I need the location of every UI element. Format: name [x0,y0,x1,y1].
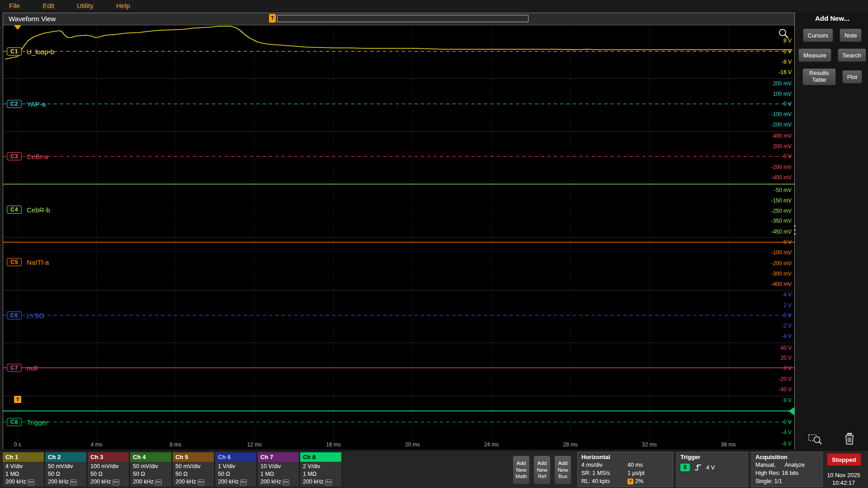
trigger-panel-title: Trigger [680,454,744,460]
trigger-level-value: 4 V [706,464,715,471]
channel-badge-body-ch1: 4 V/div1 MΩ200 kHzBw [3,462,44,486]
zoom-mode-button[interactable] [807,432,824,448]
add-note-button[interactable]: Note [840,28,862,42]
channel-label-c2[interactable]: YAP-a [27,100,46,108]
channel-settings-badge-ch4[interactable]: Ch 450 mV/div50 Ω200 kHzBw [130,452,172,487]
menu-help[interactable]: Help [116,2,130,9]
add-cursors-button[interactable]: Cursors [803,28,834,42]
trigger-level-arrow[interactable] [788,407,794,415]
time-value: 10:42:17 [819,479,868,487]
channel-badge-body-ch3: 100 mV/div50 Ω200 kHzBw [88,462,129,486]
rising-edge-slope-icon [694,464,702,471]
time-label-4: 16 ms [326,441,341,448]
add-search-button[interactable]: Search [838,48,866,62]
channel-settings-badge-ch3[interactable]: Ch 3100 mV/div50 Ω200 kHzBw [87,452,129,487]
add-new-panel: Add New... Cursors Note Measure Search R… [797,11,868,449]
scale-label-c8-0: 8 V [783,397,792,404]
add-measure-button[interactable]: Measure [798,48,831,62]
scale-label-c8-3: -8 V [782,441,792,447]
horizontal-record-view-bar[interactable] [277,15,528,22]
add-new-bus-button[interactable]: AddNewBus [554,455,571,484]
channel-settings-badge-ch7[interactable]: Ch 710 V/div1 MΩ200 kHzBw [257,452,299,487]
channel-settings-badge-ch5[interactable]: Ch 550 mV/div50 Ω200 kHzBw [172,452,214,487]
channel-settings-badge-ch1[interactable]: Ch 14 V/div1 MΩ200 kHzBw [2,452,44,487]
zoom-overview-icon[interactable] [778,28,790,40]
channel-badge-c7[interactable]: C7 [7,364,22,372]
datetime-display: 10 Nov 2025 10:42:17 [819,472,868,487]
channel-label-c3[interactable]: CeBr-a [27,153,48,160]
channel-badge-header-ch7: Ch 7 [258,452,299,462]
channel-badge-c3[interactable]: C3 [7,152,22,160]
menu-utility[interactable]: Utility [77,2,94,9]
add-plot-button[interactable]: Plot [842,70,862,84]
channel-badge-header-ch5: Ch 5 [173,452,214,462]
acquisition-panel[interactable]: Acquisition Manual, Analyze High Res: 16… [751,452,823,487]
scale-label-c2-1: 100 mV [773,91,792,97]
channel-badge-header-ch6: Ch 6 [215,452,256,462]
channel-badge-c5[interactable]: C5 [7,258,22,266]
panel-resize-handle[interactable] [793,225,797,235]
channel-badge-c1[interactable]: C1 [7,47,22,56]
sample-resolution: 1 µs/pt [627,469,645,478]
menu-edit[interactable]: Edit [42,2,54,9]
channel-label-c1[interactable]: U_loop-b [27,47,54,55]
time-label-6: 24 ms [484,441,499,448]
bandwidth-limit-icon: Bw [155,479,162,485]
add-new-ref-button[interactable]: AddNewRef [533,455,551,484]
channel-label-c7[interactable]: null [27,364,37,371]
settings-bar: Ch 14 V/div1 MΩ200 kHzBwCh 250 mV/div50 … [0,451,868,488]
channel-badge-header-ch2: Ch 2 [45,452,86,462]
scale-label-c1-2: -8 V [782,59,792,65]
scale-label-c5-0: 0 V [783,239,792,245]
channel-label-c4[interactable]: CebR-b [27,206,50,213]
waveform-plot[interactable]: C1U_loop-b8 V0 V-8 V-16 VC2YAP-a200 mV10… [3,25,794,449]
zoom-box-icon [807,432,824,447]
channel-badge-c4[interactable]: C4 [7,206,22,214]
menu-file[interactable]: File [9,2,20,9]
scale-label-c7-3: -20 V [778,376,792,382]
bandwidth-limit-icon: Bw [28,479,34,485]
trigger-position-icon: T [627,479,633,484]
scale-label-c6-2: 0 V [783,312,792,319]
bandwidth-limit-icon: Bw [113,479,119,485]
trigger-panel[interactable]: Trigger 8 4 V [676,452,748,487]
trash-icon [842,432,857,447]
menu-bar: File Edit Utility Help [0,0,868,11]
channel-settings-badge-ch6[interactable]: Ch 61 V/div50 Ω200 kHzBw [215,452,257,487]
run-stop-status-button[interactable]: Stopped [827,453,861,466]
channel-settings-badge-ch8[interactable]: Ch 82 V/div1 MΩ200 kHzBw [300,452,342,487]
trigger-position-triangle[interactable] [14,25,21,30]
channel-badge-header-ch4: Ch 4 [130,452,171,462]
delete-button[interactable] [842,432,857,448]
scale-label-c7-4: -40 V [778,386,792,393]
trigger-position-flag[interactable]: T [269,14,276,23]
channel-label-c6[interactable]: LYSO [27,311,44,319]
scale-label-c6-0: 4 V [783,291,792,298]
scale-label-c8-1: 0 V [783,419,792,425]
scale-label-c3-3: -200 mV [771,164,792,170]
channel-badge-c8[interactable]: C8 [7,418,22,426]
horizontal-window: 40 ms [627,461,643,469]
channel-badge-c2[interactable]: C2 [7,100,22,108]
channel-badge-header-ch3: Ch 3 [88,452,129,462]
add-new-math-button[interactable]: AddNewMath [513,455,530,484]
scale-label-c3-2: 0 V [783,153,792,160]
channel-label-c5[interactable]: NaITl-a [27,258,49,266]
channel-badge-c6[interactable]: C6 [7,311,22,319]
channel-label-c8[interactable]: Trigger [27,418,48,426]
channel-badge-body-ch8: 2 V/div1 MΩ200 kHzBw [300,462,341,486]
bandwidth-limit-icon: Bw [198,479,204,485]
horizontal-panel[interactable]: Horizontal 4 ms/div40 ms SR: 1 MS/s1 µs/… [577,452,673,487]
time-label-8: 32 ms [642,441,657,448]
time-label-0: 0 s [14,441,21,448]
channel1-waveform-trace [5,26,793,59]
channel-settings-badge-ch2[interactable]: Ch 250 mV/div50 Ω200 kHzBw [45,452,87,487]
add-results-table-button[interactable]: Results Table [802,68,836,85]
channel-badge-header-ch8: Ch 8 [300,452,341,462]
trigger-source-marker[interactable]: T [14,396,21,403]
scale-label-c7-0: 40 V [780,345,792,351]
scale-label-c7-2: 0 V [783,365,792,371]
acquisition-panel-title: Acquisition [755,454,819,460]
acquisition-single: Single: 1/1 [755,478,782,486]
scale-label-c6-1: 2 V [783,302,792,309]
